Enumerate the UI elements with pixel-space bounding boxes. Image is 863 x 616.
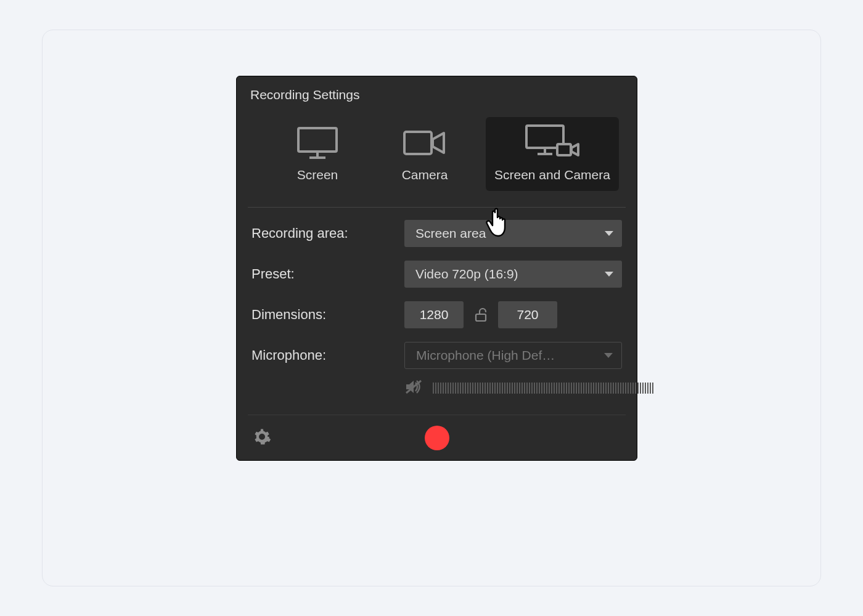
- recording-area-row: Recording area: Screen area: [252, 220, 622, 247]
- unlock-icon: [474, 307, 488, 322]
- canvas: Recording Settings Screen: [42, 30, 821, 586]
- microphone-value: Microphone (High Def…: [416, 348, 555, 363]
- dimensions-label: Dimensions:: [252, 307, 404, 323]
- camera-icon: [387, 124, 462, 161]
- mode-screen-camera-label: Screen and Camera: [494, 168, 610, 182]
- settings-button[interactable]: [253, 428, 271, 448]
- dimensions-row: Dimensions: 1280 720: [252, 301, 622, 328]
- volume-meter[interactable]: [433, 381, 653, 395]
- preset-label: Preset:: [252, 266, 404, 282]
- aspect-lock-toggle[interactable]: [472, 306, 489, 323]
- preset-row: Preset: Video 720p (16:9): [252, 261, 622, 288]
- chevron-down-icon: [605, 272, 613, 277]
- height-value: 720: [517, 307, 538, 322]
- mute-toggle[interactable]: [404, 379, 423, 397]
- chevron-down-icon: [604, 353, 613, 358]
- record-button[interactable]: [425, 426, 449, 450]
- width-input[interactable]: 1280: [404, 301, 464, 328]
- mode-camera-label: Camera: [402, 168, 448, 182]
- settings-form: Recording area: Screen area Preset: Vide…: [237, 208, 637, 408]
- panel-footer: [248, 415, 626, 460]
- microphone-row: Microphone: Microphone (High Def…: [252, 342, 622, 369]
- preset-select[interactable]: Video 720p (16:9): [404, 261, 622, 288]
- preset-value: Video 720p (16:9): [415, 267, 518, 282]
- svg-rect-0: [298, 128, 337, 152]
- microphone-label: Microphone:: [252, 347, 404, 363]
- svg-rect-8: [476, 314, 486, 321]
- microphone-select[interactable]: Microphone (High Def…: [404, 342, 622, 369]
- width-value: 1280: [420, 307, 449, 322]
- recording-area-label: Recording area:: [252, 225, 404, 241]
- monitor-icon: [280, 124, 355, 161]
- mode-camera-button[interactable]: Camera: [378, 117, 471, 191]
- mode-screen-label: Screen: [297, 168, 338, 182]
- chevron-down-icon: [605, 231, 613, 236]
- volume-muted-icon: [404, 379, 423, 395]
- mode-screen-button[interactable]: Screen: [271, 117, 364, 191]
- height-input[interactable]: 720: [498, 301, 557, 328]
- gear-icon: [253, 428, 271, 446]
- microphone-volume-row: [252, 379, 622, 397]
- mode-selector: Screen Camera: [248, 108, 626, 208]
- svg-rect-7: [557, 144, 571, 155]
- recording-settings-panel: Recording Settings Screen: [236, 76, 637, 461]
- svg-rect-3: [404, 132, 432, 154]
- recording-area-value: Screen area: [415, 226, 486, 241]
- mode-screen-camera-button[interactable]: Screen and Camera: [486, 117, 619, 191]
- panel-title: Recording Settings: [237, 76, 637, 108]
- screen-camera-icon: [494, 123, 610, 161]
- recording-area-select[interactable]: Screen area: [404, 220, 622, 247]
